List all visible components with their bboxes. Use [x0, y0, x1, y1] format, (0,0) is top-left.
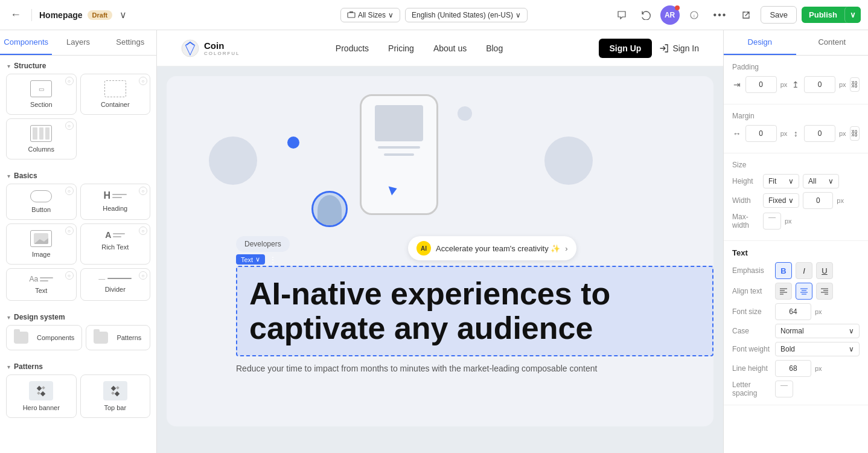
info-button[interactable]: i [685, 5, 704, 25]
letter-spacing-label: Letter spacing [732, 381, 771, 397]
canvas-scroll: Developers AI Accelerate your team's cre… [157, 66, 723, 453]
shape-dot-blue [287, 137, 299, 149]
nav-link-blog[interactable]: Blog [486, 43, 503, 53]
more-button[interactable]: ••• [709, 7, 732, 23]
size-selector-label: All Sizes [358, 11, 386, 19]
component-text[interactable]: ○ Aa Text [6, 268, 77, 301]
left-panel: Components Layers Settings ▾ Structure ○… [0, 30, 157, 453]
component-button[interactable]: ○ Button [6, 184, 77, 220]
margin-link-button[interactable]: ⛓ [850, 126, 860, 141]
pattern-hero-banner[interactable]: Hero banner [6, 374, 77, 418]
maxwidth-px: px [785, 217, 792, 225]
container-icon [104, 80, 126, 97]
right-tabs: Design Content [724, 30, 868, 56]
back-button[interactable]: ← [7, 7, 24, 24]
emphasis-label: Emphasis [732, 266, 771, 275]
text-dot: ○ [65, 271, 74, 280]
text-selected-box[interactable]: AI-native experiences to captivate any a… [236, 266, 713, 356]
italic-icon: I [803, 266, 805, 275]
align-left-button[interactable] [775, 283, 792, 300]
padding-top-input[interactable] [804, 76, 835, 93]
structure-section-header[interactable]: ▾ Structure [0, 56, 156, 74]
tab-content[interactable]: Content [796, 30, 869, 55]
margin-top-input[interactable] [804, 125, 835, 142]
underline-button[interactable]: U [816, 262, 833, 279]
heading-dot: ○ [139, 187, 147, 195]
external-link-button[interactable] [736, 5, 756, 25]
padding-left-input[interactable] [745, 76, 777, 93]
padding-left-icon: ⇥ [732, 77, 742, 92]
width-px-input[interactable] [803, 192, 833, 209]
ds-components-label: Components [37, 334, 74, 341]
component-section[interactable]: ○ ▭ Section [6, 74, 77, 115]
padding-label: Padding [732, 63, 860, 71]
padding-top-icon: ↥ [791, 77, 800, 92]
height-value: Fit [768, 177, 776, 185]
ds-components[interactable]: Components [6, 325, 82, 350]
width-select[interactable]: Fixed ∨ [763, 193, 799, 208]
tab-components[interactable]: Components [0, 30, 52, 55]
component-columns[interactable]: ○ Columns [6, 118, 77, 159]
margin-left-input[interactable] [745, 125, 777, 142]
container-label: Container [101, 101, 130, 108]
avatar-button[interactable]: AR [660, 5, 680, 25]
align-center-button[interactable] [796, 283, 812, 300]
heading-label: Heading [103, 205, 127, 212]
component-divider[interactable]: ○ — Divider [80, 268, 151, 301]
divider-dot: ○ [139, 271, 147, 280]
size-selector[interactable]: All Sizes ∨ [340, 8, 400, 22]
height-select[interactable]: Fit ∨ [763, 174, 799, 188]
weight-value: Bold [780, 345, 795, 353]
design-system-section-header[interactable]: ▾ Design system [0, 307, 156, 325]
page-title-chevron[interactable]: ∨ [117, 9, 129, 21]
weight-select[interactable]: Bold ∨ [775, 342, 860, 356]
tab-layers[interactable]: Layers [52, 30, 104, 55]
tab-settings[interactable]: Settings [104, 30, 156, 55]
italic-button[interactable]: I [796, 262, 812, 279]
ai-text: Accelerate your team's creativity ✨ [436, 244, 560, 253]
text-element-dots-button[interactable]: ⋮ [269, 255, 277, 265]
comment-button[interactable] [612, 5, 631, 25]
nav-link-about[interactable]: About us [433, 43, 467, 53]
save-button[interactable]: Save [761, 6, 797, 24]
component-container[interactable]: ○ Container [80, 74, 151, 115]
patterns-section-header[interactable]: ▾ Patterns [0, 356, 156, 374]
rich-text-label: Rich Text [101, 243, 129, 251]
bold-button[interactable]: B [775, 262, 792, 279]
publish-main-button[interactable]: Publish [802, 7, 844, 23]
publish-dropdown-button[interactable]: ∨ [844, 7, 861, 23]
ds-patterns[interactable]: Patterns [86, 325, 150, 350]
margin-label: Margin [732, 112, 860, 120]
basics-section-header[interactable]: ▾ Basics [0, 165, 156, 184]
align-center-icon [800, 287, 808, 295]
nav-link-products[interactable]: Products [336, 43, 369, 53]
basics-label: Basics [14, 172, 37, 180]
language-selector[interactable]: English (United States) (en-US) ∨ [405, 8, 528, 22]
nav-links: Products Pricing About us Blog [336, 43, 503, 53]
padding-link-button[interactable]: ⛓ [850, 77, 860, 92]
align-right-button[interactable] [816, 283, 833, 300]
svg-text:i: i [694, 13, 695, 19]
pattern-top-bar[interactable]: Top bar [80, 374, 151, 418]
component-rich-text[interactable]: ○ A Rich Text [80, 223, 151, 265]
shape-half-circle [544, 137, 593, 185]
basics-chevron: ▾ [7, 173, 10, 179]
emphasis-row: Emphasis B I U [732, 262, 860, 279]
tab-design[interactable]: Design [724, 30, 796, 55]
height-unit-select[interactable]: All ∨ [803, 174, 839, 188]
component-image[interactable]: ○ Image [6, 223, 77, 265]
nav-link-pricing[interactable]: Pricing [388, 43, 414, 53]
phone-line-2 [384, 153, 414, 156]
text-element-pill[interactable]: Text ∨ [236, 254, 265, 265]
undo-button[interactable] [636, 5, 656, 25]
nav-logo: Coin COLORFUL [181, 39, 240, 57]
height-chevron: ∨ [788, 177, 794, 185]
font-size-input[interactable] [775, 303, 811, 320]
nav-signin-button[interactable]: Sign In [659, 43, 699, 53]
case-select[interactable]: Normal ∨ [775, 324, 860, 338]
nav-signup-button[interactable]: Sign Up [599, 39, 653, 58]
patterns-grid: Hero banner Top bar [0, 374, 156, 424]
lineheight-input[interactable] [775, 360, 811, 377]
component-heading[interactable]: ○ H Heading [80, 184, 151, 220]
padding-top-px: px [839, 81, 846, 88]
